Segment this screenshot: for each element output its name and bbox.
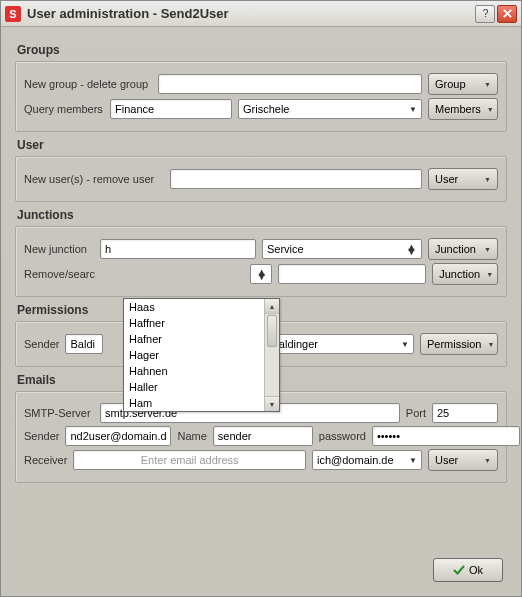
chevron-down-icon: ▼	[401, 340, 409, 349]
password-label: password	[319, 430, 366, 442]
port-input[interactable]	[432, 403, 498, 423]
permission-button[interactable]: Permission▼	[420, 333, 498, 355]
remove-junction-input[interactable]	[278, 264, 426, 284]
chevron-down-icon: ▼	[487, 341, 494, 348]
chevron-down-icon: ▼	[484, 457, 491, 464]
remove-junction-label: Remove/searc	[24, 268, 94, 280]
spinner-icon: ▲▼	[256, 270, 267, 278]
remove-type-select[interactable]: ▲▼	[250, 264, 272, 284]
new-junction-label: New junction	[24, 243, 94, 255]
permission-receiver-select[interactable]: Baldinger▼	[266, 334, 414, 354]
user-box: New user(s) - remove user User▼	[15, 156, 507, 202]
scroll-thumb[interactable]	[267, 315, 277, 347]
scroll-down-icon[interactable]: ▼	[265, 396, 279, 411]
new-junction-input[interactable]	[100, 239, 256, 259]
port-label: Port	[406, 407, 426, 419]
receiver-input[interactable]	[73, 450, 306, 470]
list-item[interactable]: Haffner	[124, 315, 279, 331]
user-button[interactable]: User▼	[428, 168, 498, 190]
group-button[interactable]: Group▼	[428, 73, 498, 95]
new-user-label: New user(s) - remove user	[24, 173, 164, 185]
new-group-label: New group - delete group	[24, 78, 152, 90]
list-item[interactable]: Hahnen	[124, 363, 279, 379]
email-sender-label: Sender	[24, 430, 59, 442]
chevron-down-icon: ▼	[484, 246, 491, 253]
email-sender-input[interactable]	[65, 426, 171, 446]
junction-button[interactable]: Junction▼	[428, 238, 498, 260]
junction-button-2[interactable]: Junction▼	[432, 263, 498, 285]
user-heading: User	[17, 138, 507, 152]
scrollbar[interactable]: ▲ ▼	[264, 299, 279, 411]
list-item[interactable]: Haas	[124, 299, 279, 315]
autocomplete-dropdown[interactable]: Haas Haffner Hafner Hager Hahnen Haller …	[123, 298, 280, 412]
email-user-button[interactable]: User▼	[428, 449, 498, 471]
name-input[interactable]	[213, 426, 313, 446]
chevron-down-icon: ▼	[409, 105, 417, 114]
list-item[interactable]: Hager	[124, 347, 279, 363]
receiver-select[interactable]: ich@domain.de▼	[312, 450, 422, 470]
window-title: User administration - Send2User	[27, 6, 473, 21]
query-members-input[interactable]	[110, 99, 232, 119]
receiver-label: Receiver	[24, 454, 67, 466]
permission-sender-input[interactable]	[65, 334, 103, 354]
ok-button[interactable]: Ok	[433, 558, 503, 582]
check-icon	[453, 564, 465, 576]
members-button[interactable]: Members▼	[428, 98, 498, 120]
help-button[interactable]: ?	[475, 5, 495, 23]
name-label: Name	[177, 430, 206, 442]
query-members-label: Query members	[24, 103, 104, 115]
scroll-up-icon[interactable]: ▲	[265, 299, 279, 314]
sender-label: Sender	[24, 338, 59, 350]
junctions-heading: Junctions	[17, 208, 507, 222]
dialog-window: S User administration - Send2User ? Grou…	[0, 0, 522, 597]
close-button[interactable]	[497, 5, 517, 23]
service-select[interactable]: Service▲▼	[262, 239, 422, 259]
chevron-down-icon: ▼	[487, 106, 494, 113]
groups-box: New group - delete group Group▼ Query me…	[15, 61, 507, 132]
app-icon: S	[5, 6, 21, 22]
chevron-down-icon: ▼	[486, 271, 493, 278]
chevron-down-icon: ▼	[409, 456, 417, 465]
spinner-icon: ▲▼	[406, 245, 417, 253]
member-select[interactable]: Grischele▼	[238, 99, 422, 119]
svg-text:?: ?	[482, 8, 488, 19]
content: Groups New group - delete group Group▼ Q…	[1, 27, 521, 499]
list-item[interactable]: Hafner	[124, 331, 279, 347]
titlebar: S User administration - Send2User ?	[1, 1, 521, 27]
groups-heading: Groups	[17, 43, 507, 57]
list-item[interactable]: Haller	[124, 379, 279, 395]
chevron-down-icon: ▼	[484, 81, 491, 88]
new-group-input[interactable]	[158, 74, 422, 94]
password-input[interactable]	[372, 426, 520, 446]
junctions-box: New junction Service▲▼ Junction▼ Remove/…	[15, 226, 507, 297]
chevron-down-icon: ▼	[484, 176, 491, 183]
new-user-input[interactable]	[170, 169, 422, 189]
list-item[interactable]: Ham	[124, 395, 279, 411]
smtp-label: SMTP-Server	[24, 407, 94, 419]
